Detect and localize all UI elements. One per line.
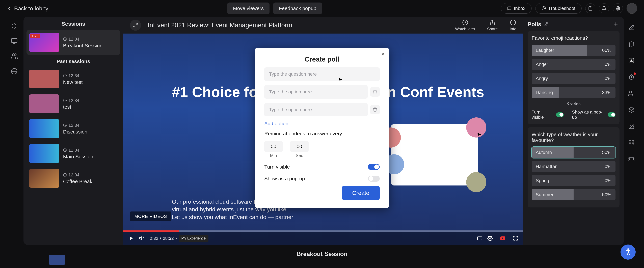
session-thumbnail [29, 94, 59, 113]
captions-button[interactable] [477, 236, 482, 241]
photo-panel-icon[interactable] [627, 122, 636, 130]
more-videos-button[interactable]: MORE VIDEOS [130, 212, 172, 222]
session-name: Main Session [63, 154, 93, 160]
poll-menu-button[interactable]: ⋮ [613, 132, 616, 147]
poll-option[interactable]: Summer50% [532, 189, 616, 200]
remind-sec-input[interactable] [290, 141, 308, 152]
current-session-name: Breakout Session [296, 250, 348, 258]
remind-min-input[interactable] [264, 141, 283, 152]
create-poll-submit-button[interactable]: Create [342, 186, 380, 200]
troubleshoot-button[interactable]: Troubleshoot [535, 3, 582, 14]
grid-panel-icon[interactable] [627, 138, 636, 147]
move-viewers-button[interactable]: Move viewers [227, 2, 269, 14]
people-icon[interactable] [10, 52, 18, 60]
svg-rect-4 [12, 38, 17, 42]
svg-point-19 [630, 91, 632, 93]
user-avatar[interactable] [626, 3, 637, 14]
fullscreen-button[interactable] [513, 236, 518, 241]
past-session-item[interactable]: 12:34 Main Session [26, 141, 120, 166]
monitor-icon[interactable] [10, 37, 18, 45]
spark-icon[interactable] [10, 22, 18, 30]
poll-option[interactable]: Harmattan0% [532, 161, 616, 172]
poll-option-input[interactable] [264, 103, 368, 116]
avatar-bubble [466, 118, 486, 138]
pip-thumbnail[interactable] [49, 254, 66, 265]
feedback-popup-button[interactable]: Feedback popup [273, 2, 322, 14]
play-button[interactable] [128, 236, 134, 241]
modal-turn-visible-toggle[interactable] [368, 164, 380, 170]
info-label: Info [510, 27, 516, 31]
info-icon [510, 19, 516, 26]
progress-bar[interactable] [123, 230, 523, 232]
poll-option[interactable]: Spring0% [532, 175, 616, 186]
close-modal-button[interactable]: ✕ [381, 52, 385, 57]
delete-option-button[interactable] [370, 105, 380, 114]
polls-panel-icon[interactable] [627, 56, 636, 65]
accessibility-button[interactable] [620, 244, 636, 260]
poll-option[interactable]: Anger0% [532, 59, 616, 70]
turn-visible-label: Turn visible [532, 110, 551, 120]
poll-option[interactable]: Dancing33% [532, 87, 616, 98]
modal-show-popup-label: Show as a pop-up [264, 176, 305, 182]
session-time: 12:34 [68, 123, 79, 128]
watch-later-button[interactable]: Watch later [455, 19, 475, 31]
poll-menu-button[interactable]: ⋮ [613, 35, 616, 44]
svg-rect-23 [632, 140, 634, 142]
clock-icon [63, 98, 67, 102]
clock-icon [63, 148, 67, 152]
svg-rect-2 [590, 6, 591, 7]
expand-video-button[interactable] [130, 20, 141, 31]
edit-panel-icon[interactable] [627, 24, 636, 32]
poll-option-input[interactable] [264, 85, 368, 98]
external-link-icon[interactable] [544, 22, 548, 26]
ticket-panel-icon[interactable] [627, 155, 636, 163]
back-to-lobby-link[interactable]: Back to lobby [7, 5, 48, 12]
polls-heading: Polls [528, 21, 541, 28]
modal-show-popup-toggle[interactable] [368, 176, 380, 182]
session-time: 12:34 [68, 172, 79, 178]
youtube-logo-icon[interactable] [498, 236, 508, 241]
layers-panel-icon[interactable] [627, 106, 636, 114]
svg-point-1 [543, 8, 544, 9]
session-current[interactable]: LIVE 12:34 Breakout Session [26, 30, 120, 55]
past-session-item[interactable]: 12:34 New test [26, 66, 120, 92]
video-title: InEvent 2021 Review: Event Management Pl… [148, 22, 292, 29]
inbox-label: Inbox [514, 6, 526, 11]
clock-icon [63, 74, 67, 78]
poll-question-input[interactable] [264, 68, 380, 81]
turn-visible-toggle[interactable] [556, 112, 564, 117]
experience-chip[interactable]: My Experience [178, 235, 208, 242]
delete-option-button[interactable] [370, 87, 380, 96]
sessions-heading: Sessions [26, 21, 120, 27]
session-time: 12:34 [68, 73, 79, 78]
add-option-link[interactable]: Add option [264, 121, 380, 126]
session-name: Breakout Session [63, 43, 102, 48]
svg-rect-24 [632, 143, 634, 145]
session-name: test [63, 104, 79, 110]
notifications-button[interactable] [599, 3, 609, 14]
chat-panel-icon[interactable] [627, 40, 636, 48]
timer-panel-icon[interactable] [627, 73, 636, 81]
poll-option[interactable]: Angry0% [532, 73, 616, 84]
show-popup-toggle[interactable] [608, 112, 616, 117]
past-session-item[interactable]: 12:34 test [26, 92, 120, 116]
clock-icon [63, 124, 67, 127]
info-button[interactable]: Info [510, 19, 516, 31]
session-thumbnail [29, 119, 59, 138]
inbox-button[interactable]: Inbox [501, 3, 532, 14]
globe-icon[interactable] [10, 67, 18, 76]
live-badge: LIVE [30, 34, 40, 38]
poll-option[interactable]: Autumn50% [532, 147, 616, 158]
share-button[interactable]: Share [487, 19, 498, 31]
remind-label: Remind attendees to answer every: [264, 131, 380, 136]
add-poll-button[interactable] [612, 20, 620, 28]
clipboard-button[interactable] [585, 3, 595, 14]
people-panel-icon[interactable] [627, 89, 636, 98]
past-session-item[interactable]: 12:34 Coffee Break [26, 166, 120, 191]
globe-button[interactable] [613, 3, 623, 14]
volume-button[interactable] [139, 236, 145, 241]
past-session-item[interactable]: 12:34 Discussion [26, 116, 120, 141]
poll-option[interactable]: Laughter66% [532, 44, 616, 56]
settings-button[interactable] [487, 236, 493, 241]
session-time: 12:34 [68, 98, 79, 103]
